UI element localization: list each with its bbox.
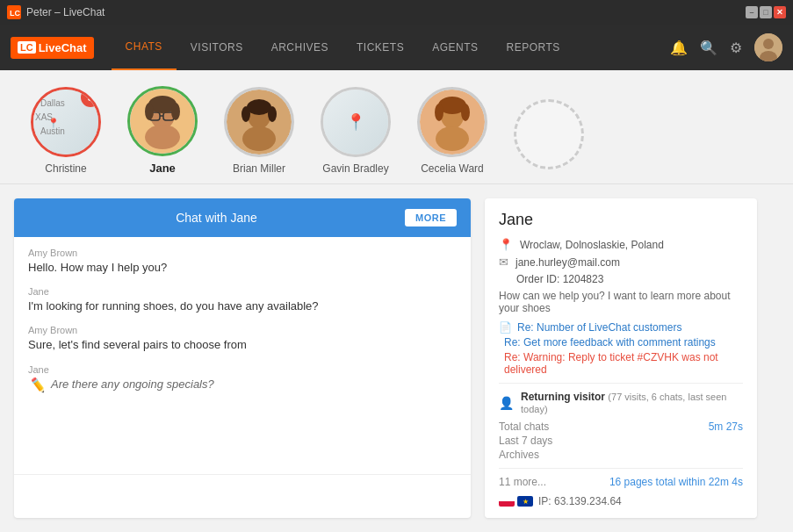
svg-point-25 — [461, 104, 470, 121]
content-area: Chat with Jane MORE Amy Brown Hello. How… — [0, 184, 793, 532]
svg-point-17 — [247, 99, 271, 115]
question-text: How can we help you? I want to learn mor… — [499, 290, 743, 314]
location-row: 📍 Wroclaw, Dolnoslaskie, Poland — [499, 238, 743, 251]
nav-chats[interactable]: CHATS — [112, 25, 177, 70]
message-4: Jane ✏️ Are there any ongoing specials? — [28, 364, 457, 393]
gavin-name: Gavin Bradley — [322, 162, 388, 175]
visitor-empty — [509, 99, 588, 175]
returning-icon: 👤 — [499, 396, 514, 410]
bell-icon[interactable]: 🔔 — [670, 40, 688, 56]
location-icon: 📍 — [499, 238, 513, 251]
nav-items: CHATS VISITORS ARCHIVES TICKETS AGENTS R… — [112, 25, 670, 70]
divider-1 — [499, 383, 743, 384]
flag-eu: ★ — [517, 496, 533, 507]
link-row-3: Re: Warning: Reply to ticket #CZVHK was … — [499, 351, 743, 376]
maximize-button[interactable]: □ — [760, 6, 772, 18]
sender-1: Amy Brown — [28, 248, 457, 258]
archives-label: Archives — [499, 449, 539, 461]
total-chats-value: 5m 27s — [709, 421, 743, 433]
link-3[interactable]: Re: Warning: Reply to ticket #CZVHK was … — [504, 351, 743, 376]
order-text: Order ID: 1204823 — [516, 273, 603, 285]
svg-point-22 — [436, 126, 469, 151]
nav-right: 🔔 🔍 ⚙ — [670, 33, 782, 61]
window-title: Peter – LiveChat — [26, 6, 105, 18]
chat-input[interactable] — [28, 482, 457, 508]
eleven-more: 11 more... — [499, 476, 546, 488]
more-button[interactable]: MORE — [405, 209, 457, 226]
search-icon[interactable]: 🔍 — [700, 40, 717, 56]
svg-point-16 — [242, 126, 276, 151]
logo-prefix: LC — [18, 41, 36, 54]
total-chats-label: Total chats — [499, 421, 549, 433]
visitor-carousel: Dallas XAS Austin 📍 3 Christine — [0, 70, 793, 184]
close-button[interactable]: ✕ — [774, 6, 786, 18]
location-text: Wroclaw, Dolnoslaskie, Poland — [520, 239, 664, 251]
nav-bar: LC LiveChat CHATS VISITORS ARCHIVES TICK… — [0, 25, 793, 70]
christine-name: Christine — [45, 162, 86, 175]
links-section: 📄 Re: Number of LiveChat customers Re: G… — [499, 321, 743, 376]
svg-text:LC: LC — [10, 9, 20, 18]
link-2[interactable]: Re: Get more feedback with comment ratin… — [504, 336, 716, 349]
brian-name: Brian Miller — [233, 162, 285, 175]
nav-reports[interactable]: REPORTS — [493, 25, 574, 70]
visitor-gavin[interactable]: 📍 Gavin Bradley — [316, 87, 395, 175]
logo-text: LiveChat — [39, 41, 87, 54]
doc-icon: 📄 — [499, 321, 512, 334]
msg-text-4: Are there any ongoing specials? — [51, 377, 214, 392]
returning-label: Returning visitor (77 visits, 6 chats, l… — [521, 391, 743, 415]
link-1[interactable]: Re: Number of LiveChat customers — [517, 321, 681, 334]
message-1: Amy Brown Hello. How may I help you? — [28, 248, 457, 276]
more-row: 11 more... 16 pages total within 22m 4s — [499, 476, 743, 488]
nav-agents[interactable]: AGENTS — [418, 25, 492, 70]
nav-tickets[interactable]: TICKETS — [342, 25, 418, 70]
visitor-cecelia[interactable]: Cecelia Ward — [413, 87, 492, 175]
christine-badge: 3 — [81, 88, 100, 107]
pages-total: 16 pages total within 22m 4s — [609, 476, 743, 488]
total-chats-row: Total chats 5m 27s — [499, 421, 743, 433]
typing-icon: ✏️ — [28, 377, 46, 393]
cecelia-name: Cecelia Ward — [421, 162, 484, 175]
flag-poland — [499, 496, 515, 507]
sender-4: Jane — [28, 364, 457, 375]
last-seven-row: Last 7 days — [499, 435, 743, 447]
msg-text-1: Hello. How may I help you? — [28, 260, 457, 276]
svg-point-7 — [145, 125, 180, 149]
logo: LC LiveChat — [11, 37, 94, 59]
ip-row: ★ IP: 63.139.234.64 — [499, 495, 743, 507]
minimize-button[interactable]: – — [746, 6, 758, 18]
app-icon: LC — [7, 5, 21, 19]
nav-visitors[interactable]: VISITORS — [177, 25, 257, 70]
chat-input-area[interactable] — [14, 474, 471, 518]
returning-row: 👤 Returning visitor (77 visits, 6 chats,… — [499, 391, 743, 415]
svg-point-3 — [763, 39, 774, 49]
chat-panel: Chat with Jane MORE Amy Brown Hello. How… — [14, 198, 471, 518]
email-row: ✉ jane.hurley@mail.com — [499, 255, 743, 269]
link-row-1: 📄 Re: Number of LiveChat customers — [499, 321, 743, 334]
svg-point-12 — [145, 103, 154, 120]
typing-indicator: ✏️ Are there any ongoing specials? — [28, 377, 457, 393]
ip-address: IP: 63.139.234.64 — [538, 495, 622, 507]
jane-name: Jane — [149, 162, 176, 175]
email-text: jane.hurley@mail.com — [515, 256, 620, 269]
visitor-jane[interactable]: Jane — [123, 86, 202, 175]
chat-messages: Amy Brown Hello. How may I help you? Jan… — [14, 237, 471, 474]
archives-row: Archives — [499, 449, 743, 461]
settings-icon[interactable]: ⚙ — [730, 40, 742, 56]
window-controls: – □ ✕ — [746, 6, 786, 18]
chat-title: Chat with Jane — [28, 211, 405, 225]
visitor-brian[interactable]: Brian Miller — [220, 87, 299, 175]
last-seven-label: Last 7 days — [499, 435, 552, 447]
right-panel: Jane 📍 Wroclaw, Dolnoslaskie, Poland ✉ j… — [485, 198, 757, 518]
visitor-panel-name: Jane — [499, 211, 743, 229]
title-bar: LC Peter – LiveChat – □ ✕ — [0, 0, 793, 25]
visitor-christine[interactable]: Dallas XAS Austin 📍 3 Christine — [26, 87, 105, 175]
main-content: Dallas XAS Austin 📍 3 Christine — [0, 70, 793, 532]
chat-header: Chat with Jane MORE — [14, 198, 471, 237]
sender-3: Amy Brown — [28, 325, 457, 335]
svg-point-18 — [242, 106, 250, 122]
message-3: Amy Brown Sure, let's find several pairs… — [28, 325, 457, 353]
svg-point-13 — [171, 103, 180, 120]
nav-archives[interactable]: ARCHIVES — [257, 25, 342, 70]
user-avatar[interactable] — [754, 33, 782, 61]
svg-point-19 — [268, 106, 277, 122]
